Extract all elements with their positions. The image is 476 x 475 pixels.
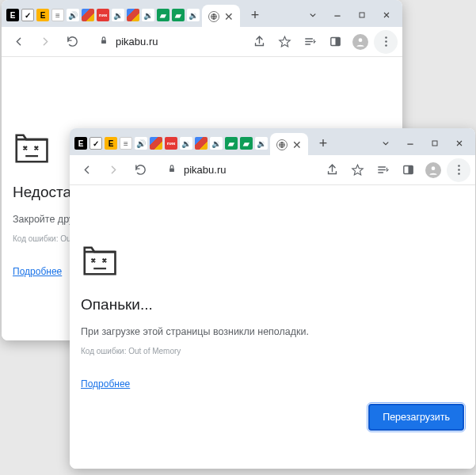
avatar-icon [352, 34, 368, 50]
reading-list-button[interactable] [371, 158, 394, 182]
extension-icon[interactable] [150, 137, 162, 150]
maximize-button[interactable] [424, 133, 446, 154]
back-button[interactable] [74, 158, 98, 182]
extension-icon[interactable]: 🔉 [142, 9, 154, 21]
back-button[interactable] [6, 30, 30, 54]
extension-icon[interactable]: ✓ [89, 137, 102, 150]
toolbar: pikabu.ru [70, 155, 475, 185]
profile-button[interactable] [348, 30, 372, 54]
extension-icon[interactable]: E [74, 137, 87, 150]
error-title: Опаньки... [81, 296, 464, 314]
browser-window-front: E✓E≡🔊пик🔉🔉▰▰🔉 ✕ + pikabu.ru Опань [70, 128, 475, 469]
error-message: При загрузке этой страницы возникли непо… [81, 326, 464, 337]
extension-icon[interactable]: 🔉 [255, 137, 268, 150]
extension-icon[interactable]: ≡ [120, 137, 132, 150]
error-code: Код ошибки: Out of Memory [81, 347, 464, 355]
lock-icon [98, 35, 109, 48]
toolbar: pikabu.ru [2, 27, 402, 57]
close-window-button[interactable] [375, 5, 398, 25]
reading-list-button[interactable] [298, 30, 322, 54]
extension-icon[interactable]: 🔉 [187, 9, 200, 21]
extension-icon[interactable]: 🔉 [210, 137, 223, 150]
menu-button[interactable] [447, 158, 470, 182]
sad-folder-icon [13, 128, 52, 163]
extension-icon[interactable]: E [36, 9, 49, 21]
svg-point-8 [359, 38, 363, 42]
minimize-button[interactable] [326, 5, 348, 25]
maximize-button[interactable] [351, 5, 373, 25]
globe-icon [208, 11, 219, 22]
share-button[interactable] [247, 30, 271, 54]
address-bar[interactable]: pikabu.ru [158, 159, 234, 181]
minimize-button[interactable] [399, 133, 421, 154]
new-tab-button[interactable]: + [246, 6, 265, 25]
reload-page-button[interactable]: Перезагрузить [368, 404, 464, 431]
extension-icon[interactable]: ▰ [240, 137, 253, 150]
extension-icon[interactable]: ▰ [172, 9, 185, 21]
extension-icon[interactable]: ▰ [225, 137, 238, 150]
close-tab-icon[interactable]: ✕ [224, 10, 234, 23]
extension-icon[interactable]: 🔊 [67, 9, 79, 21]
url-text: pikabu.ru [116, 36, 158, 48]
menu-button[interactable] [374, 30, 398, 54]
extension-icon[interactable]: 🔉 [112, 9, 124, 21]
forward-button[interactable] [33, 30, 57, 54]
extension-icon[interactable]: ✓ [21, 9, 34, 21]
extension-icon[interactable]: E [6, 9, 19, 21]
reload-button[interactable] [60, 30, 84, 54]
tab-strip: E✓E≡🔊пик🔉🔉▰▰🔉 ✕ + [2, 0, 402, 27]
bookmark-button[interactable] [345, 158, 369, 182]
globe-icon [276, 139, 288, 150]
address-bar[interactable]: pikabu.ru [90, 31, 166, 53]
extension-icon[interactable]: ≡ [51, 9, 64, 21]
tabs-dropdown-button[interactable] [302, 5, 324, 25]
forward-button[interactable] [101, 158, 125, 182]
extension-icon[interactable]: пик [97, 9, 109, 21]
extension-icon[interactable]: 🔉 [180, 137, 192, 150]
svg-point-9 [432, 166, 436, 170]
page-content: Опаньки... При загрузке этой страницы во… [70, 185, 475, 469]
new-tab-button[interactable]: + [314, 134, 333, 153]
reload-button[interactable] [128, 158, 152, 182]
extension-icon[interactable]: ▰ [157, 9, 169, 21]
tab-strip: E✓E≡🔊пик🔉🔉▰▰🔉 ✕ + [70, 128, 475, 155]
close-window-button[interactable] [448, 133, 470, 154]
extension-icon[interactable]: E [105, 137, 117, 150]
profile-button[interactable] [421, 158, 445, 182]
close-tab-icon[interactable]: ✕ [292, 139, 302, 151]
avatar-icon [425, 162, 441, 178]
extension-icon[interactable] [127, 9, 139, 21]
extension-icon[interactable] [82, 9, 94, 21]
extension-icon[interactable] [195, 137, 208, 150]
details-link[interactable]: Подробнее [81, 378, 130, 390]
active-tab[interactable]: ✕ [202, 5, 240, 28]
active-tab[interactable]: ✕ [270, 133, 308, 157]
url-text: pikabu.ru [184, 164, 226, 176]
lock-icon [166, 163, 177, 177]
extension-icon[interactable]: 🔊 [135, 137, 147, 150]
sad-folder-icon [81, 241, 120, 276]
extension-icon[interactable]: пик [165, 137, 177, 150]
bookmark-button[interactable] [272, 30, 296, 54]
side-panel-button[interactable] [323, 30, 347, 54]
details-link[interactable]: Подробнее [13, 266, 62, 277]
side-panel-button[interactable] [396, 158, 420, 182]
tabs-dropdown-button[interactable] [375, 133, 397, 154]
share-button[interactable] [320, 158, 344, 182]
